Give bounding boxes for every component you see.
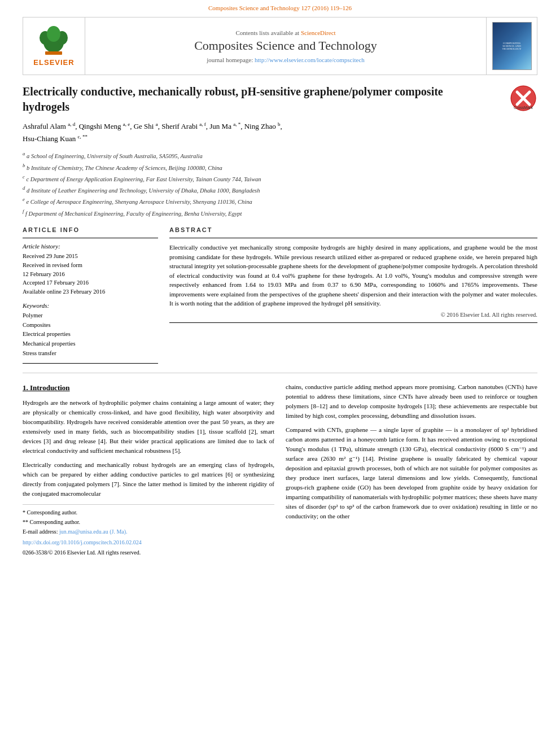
doi-line: http://dx.doi.org/10.1016/j.compscitech.…	[23, 538, 274, 547]
body-section: 1. Introduction Hydrogels are the networ…	[23, 382, 537, 557]
crossmark-logo: CrossMark	[509, 84, 537, 112]
abstract-box: Electrically conductive yet mechanically…	[169, 238, 537, 323]
abstract-column: ABSTRACT Electrically conductive yet mec…	[169, 226, 537, 364]
body-left-column: 1. Introduction Hydrogels are the networ…	[23, 382, 274, 557]
elsevier-tree-icon	[34, 25, 73, 56]
abstract-header: ABSTRACT	[169, 226, 537, 233]
article-history: Article history: Received 29 June 2015 R…	[23, 243, 158, 296]
abstract-text: Electrically conductive yet mechanically…	[169, 243, 537, 308]
affiliations: a a School of Engineering, University of…	[23, 150, 537, 219]
journal-header: ELSEVIER Contents lists available at Sci…	[23, 17, 537, 75]
introduction-title: 1. Introduction	[23, 382, 274, 394]
history-online: Available online 23 February 2016	[23, 287, 158, 296]
page-wrapper: Composites Science and Technology 127 (2…	[0, 0, 560, 747]
affiliation-d: d d Institute of Leather Engineering and…	[23, 184, 537, 195]
footnote-email: E-mail address: jun.ma@unisa.edu.au (J. …	[23, 527, 274, 536]
sciencedirect-line: Contents lists available at ScienceDirec…	[235, 29, 335, 36]
sciencedirect-link[interactable]: ScienceDirect	[301, 29, 336, 36]
keyword-2: Composites	[23, 321, 158, 330]
history-label: Article history:	[23, 243, 158, 250]
homepage-url[interactable]: http://www.elsevier.com/locate/compscite…	[255, 56, 365, 63]
journal-reference: Composites Science and Technology 127 (2…	[0, 0, 560, 14]
keyword-3: Electrical properties	[23, 330, 158, 339]
elsevier-wordmark: ELSEVIER	[33, 58, 74, 67]
issn-line: 0266-3538/© 2016 Elsevier Ltd. All right…	[23, 548, 274, 557]
affiliation-e: e e College of Aerospace Engineering, Sh…	[23, 195, 537, 207]
history-revised-date: 12 February 2016	[23, 270, 158, 279]
article-title: Electrically conductive, mechanically ro…	[23, 84, 537, 115]
affiliation-b: b b Institute of Chemistry, The Chinese …	[23, 161, 537, 173]
doi-link[interactable]: http://dx.doi.org/10.1016/j.compscitech.…	[23, 539, 142, 545]
email-link[interactable]: jun.ma@unisa.edu.au (J. Ma).	[59, 528, 128, 535]
history-received: Received 29 June 2015	[23, 252, 158, 261]
journal-ref-text: Composites Science and Technology 127 (2…	[208, 5, 352, 11]
keywords-section: Keywords: Polymer Composites Electrical …	[23, 302, 158, 359]
journal-cover-thumbnail: COMPOSITESSCIENCE ANDTECHNOLOGY	[486, 18, 537, 75]
journal-cover-image: COMPOSITESSCIENCE ANDTECHNOLOGY	[492, 22, 532, 70]
affiliation-a: a a School of Engineering, University of…	[23, 150, 537, 161]
history-accepted: Accepted 17 February 2016	[23, 278, 158, 287]
svg-rect-5	[45, 51, 62, 55]
section-divider	[23, 373, 537, 373]
affiliation-c: c c Department of Energy Application Eng…	[23, 173, 537, 184]
article-info-column: ARTICLE INFO Article history: Received 2…	[23, 226, 158, 364]
footnote-corresponding-2: ** Corresponding author.	[23, 518, 274, 526]
article-info-box: Article history: Received 29 June 2015 R…	[23, 238, 158, 364]
elsevier-logo-section: ELSEVIER	[23, 18, 85, 75]
intro-para-4: Compared with CNTs, graphene — a single …	[286, 425, 537, 521]
intro-para-1: Hydrogels are the network of hydrophilic…	[23, 398, 274, 456]
intro-para-2: Electrically conducting and mechanically…	[23, 460, 274, 499]
keyword-5: Stress transfer	[23, 349, 158, 359]
affiliation-f: f f Department of Mechanical Engineering…	[23, 207, 537, 219]
journal-title: Composites Science and Technology	[194, 38, 377, 53]
footnote-section: * Corresponding author. ** Corresponding…	[23, 504, 274, 536]
article-meta-section: ARTICLE INFO Article history: Received 2…	[23, 226, 537, 364]
journal-homepage-line: journal homepage: http://www.elsevier.co…	[207, 56, 365, 63]
article-info-header: ARTICLE INFO	[23, 226, 158, 233]
authors-line: Ashraful Alam a, d, Qingshi Meng a, e, G…	[23, 120, 537, 145]
intro-para-3: chains, conductive particle adding metho…	[286, 382, 537, 421]
copyright-line: © 2016 Elsevier Ltd. All rights reserved…	[169, 312, 537, 318]
journal-header-center: Contents lists available at ScienceDirec…	[85, 18, 486, 75]
body-right-column: chains, conductive particle adding metho…	[286, 382, 537, 557]
keyword-1: Polymer	[23, 311, 158, 321]
svg-text:CrossMark: CrossMark	[514, 106, 533, 110]
history-revised-label: Received in revised form	[23, 261, 158, 270]
footnote-corresponding-1: * Corresponding author.	[23, 508, 274, 517]
svg-point-4	[47, 26, 60, 42]
elsevier-logo: ELSEVIER	[33, 25, 74, 67]
article-content: Electrically conductive, mechanically ro…	[23, 84, 537, 557]
keyword-4: Mechanical properties	[23, 339, 158, 349]
keywords-label: Keywords:	[23, 302, 158, 309]
